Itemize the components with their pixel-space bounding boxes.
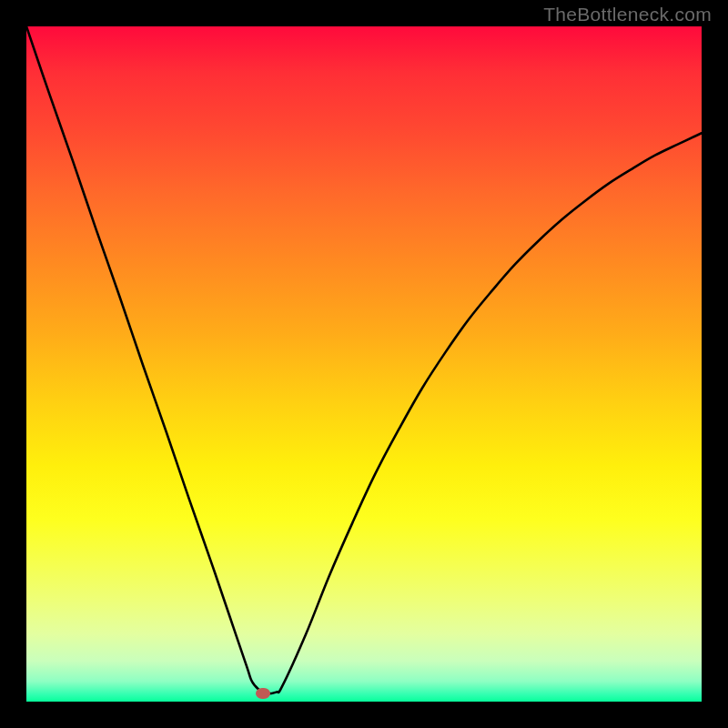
bottleneck-curve <box>26 26 702 702</box>
plot-background-gradient <box>26 26 702 702</box>
watermark-text: TheBottleneck.com <box>543 4 712 25</box>
minimum-point-marker <box>256 688 270 699</box>
